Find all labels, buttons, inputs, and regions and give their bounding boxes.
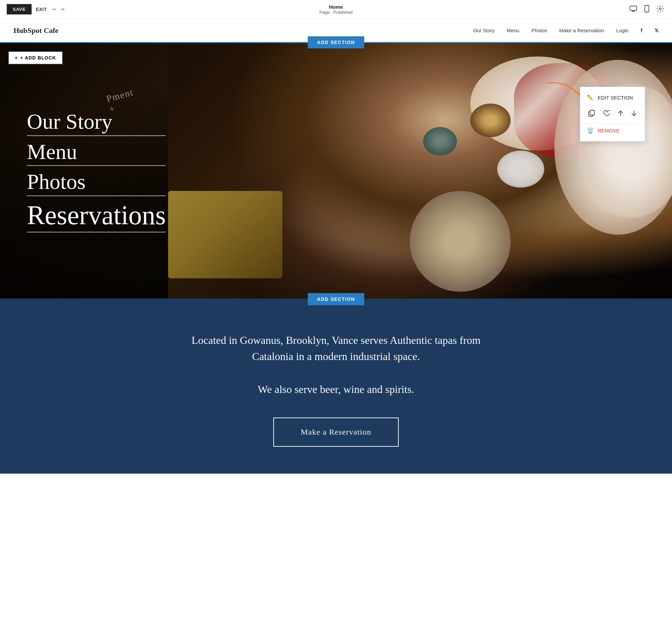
trash-icon: 🗑️ <box>587 128 594 134</box>
facebook-link[interactable]: f <box>641 28 642 34</box>
copy-section-button[interactable] <box>587 108 597 120</box>
remove-label: REMOVE <box>598 128 620 133</box>
hero-section: + + ADD BLOCK Our Story Menu Photos Rese… <box>0 43 672 299</box>
twitter-link[interactable]: 𝕏 <box>655 28 658 34</box>
settings-button[interactable] <box>655 4 665 15</box>
bowl-3 <box>423 127 457 156</box>
undo-redo-group: ↩ ↪ <box>51 5 66 13</box>
cheese-block <box>168 191 282 278</box>
hero-nav-our-story[interactable]: Our Story <box>27 109 166 136</box>
heart-icon <box>603 110 610 116</box>
edit-section-item[interactable]: ✏️ EDIT SECTION <box>580 90 645 105</box>
remove-section-item[interactable]: 🗑️ REMOVE <box>580 123 645 138</box>
mobile-view-button[interactable] <box>643 4 651 15</box>
move-up-button[interactable] <box>617 109 625 119</box>
hero-nav-photos[interactable]: Photos <box>27 169 166 196</box>
chevron-up-icon <box>618 110 623 116</box>
desktop-view-button[interactable] <box>628 4 638 14</box>
hero-nav-reservations[interactable]: Reservations <box>27 199 166 232</box>
hero-nav-menu[interactable]: Menu <box>27 139 166 166</box>
bowl-2 <box>497 151 544 188</box>
add-section-bottom-button[interactable]: ADD SECTION <box>307 293 365 305</box>
desktop-icon <box>629 6 637 12</box>
edit-section-label: EDIT SECTION <box>598 95 633 101</box>
context-menu-actions <box>580 105 645 123</box>
pencil-icon: ✏️ <box>587 95 594 101</box>
site-logo: HubSpot Cafe <box>14 26 58 35</box>
favorite-section-button[interactable] <box>602 109 611 119</box>
nav-make-reservation[interactable]: Make a Reservation <box>559 28 604 33</box>
nav-menu[interactable]: Menu <box>507 28 519 33</box>
food-overlay <box>168 43 672 299</box>
nav-login[interactable]: Login <box>616 28 628 33</box>
toolbar-center: Home Page · Published <box>319 4 352 15</box>
content-description: Located in Gowanus, Brooklyn, Vance serv… <box>191 332 481 364</box>
nav-photos[interactable]: Photos <box>532 28 547 33</box>
exit-button[interactable]: EXIT <box>36 7 47 12</box>
site-nav: Our Story Menu Photos Make a Reservation… <box>473 28 658 34</box>
copy-icon <box>588 110 595 117</box>
redo-button[interactable]: ↪ <box>60 5 66 13</box>
content-section: Located in Gowanus, Brooklyn, Vance serv… <box>0 299 672 474</box>
toolbar-left: SAVE EXIT ↩ ↪ <box>7 4 66 15</box>
chevron-down-icon <box>631 110 637 116</box>
add-block-button[interactable]: + + ADD BLOCK <box>8 51 63 65</box>
svg-point-3 <box>659 8 661 10</box>
add-block-label: + ADD BLOCK <box>20 55 56 61</box>
context-menu: ✏️ EDIT SECTION <box>580 87 645 141</box>
plus-icon: + <box>15 55 17 61</box>
toolbar-right <box>628 4 665 15</box>
svg-rect-5 <box>590 110 594 115</box>
page-status: Page · Published <box>319 10 352 15</box>
plate-3 <box>410 191 511 292</box>
content-tagline: We also serve beer, wine and spirits. <box>258 381 414 397</box>
bowl-1 <box>470 103 511 137</box>
undo-button[interactable]: ↩ <box>51 5 57 13</box>
gear-icon <box>657 5 664 13</box>
arrow-annotation <box>544 77 585 105</box>
svg-point-2 <box>646 11 647 12</box>
move-down-button[interactable] <box>630 109 638 119</box>
hero-nav: Our Story Menu Photos Reservations <box>27 109 166 233</box>
toolbar: SAVE EXIT ↩ ↪ Home Page · Published <box>0 0 672 19</box>
save-button[interactable]: SAVE <box>7 4 32 15</box>
mobile-icon <box>644 5 649 13</box>
page-title: Home <box>319 4 352 10</box>
svg-rect-0 <box>630 6 637 11</box>
make-reservation-button[interactable]: Make a Reservation <box>273 418 399 447</box>
nav-our-story[interactable]: Our Story <box>473 28 494 33</box>
add-section-top-button[interactable]: ADD SECTION <box>307 36 365 48</box>
arrow-icon <box>544 77 585 103</box>
